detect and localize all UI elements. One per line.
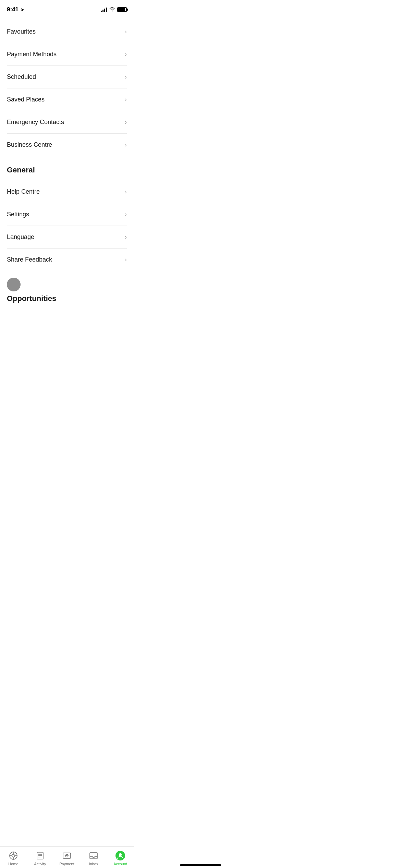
menu-item-settings[interactable]: Settings › [7, 203, 127, 226]
chevron-right-icon: › [125, 141, 127, 148]
menu-item-scheduled[interactable]: Scheduled › [7, 66, 127, 88]
emergency-contacts-label: Emergency Contacts [7, 119, 64, 126]
business-centre-label: Business Centre [7, 141, 52, 148]
menu-item-saved-places[interactable]: Saved Places › [7, 88, 127, 111]
menu-item-business-centre[interactable]: Business Centre › [7, 134, 127, 156]
payment-methods-label: Payment Methods [7, 51, 57, 58]
menu-item-language[interactable]: Language › [7, 226, 127, 249]
wifi-icon [109, 7, 115, 13]
general-menu-list: Help Centre › Settings › Language › Shar… [0, 181, 134, 271]
battery-icon [117, 7, 127, 12]
chevron-right-icon: › [125, 233, 127, 241]
chevron-right-icon: › [125, 28, 127, 35]
location-arrow-icon: ➤ [21, 7, 24, 12]
chevron-right-icon: › [125, 51, 127, 58]
top-menu-list: Favourites › Payment Methods › Scheduled… [0, 21, 134, 156]
opportunities-section: Opportunities [0, 271, 134, 303]
menu-item-favourites[interactable]: Favourites › [7, 21, 127, 43]
time-display: 9:41 [7, 6, 19, 13]
chevron-right-icon: › [125, 211, 127, 218]
share-feedback-label: Share Feedback [7, 256, 52, 263]
scheduled-label: Scheduled [7, 73, 36, 81]
favourites-label: Favourites [7, 28, 36, 35]
menu-item-share-feedback[interactable]: Share Feedback › [7, 249, 127, 271]
settings-label: Settings [7, 211, 29, 218]
chevron-right-icon: › [125, 188, 127, 195]
help-centre-label: Help Centre [7, 188, 40, 195]
saved-places-label: Saved Places [7, 96, 45, 103]
chevron-right-icon: › [125, 119, 127, 126]
status-icons [101, 7, 127, 13]
content-area: Favourites › Payment Methods › Scheduled… [0, 21, 134, 334]
chevron-right-icon: › [125, 256, 127, 263]
signal-icon [101, 7, 107, 12]
chevron-right-icon: › [125, 96, 127, 103]
chevron-right-icon: › [125, 73, 127, 81]
status-bar: 9:41 ➤ [0, 0, 134, 17]
menu-item-help-centre[interactable]: Help Centre › [7, 181, 127, 203]
menu-item-emergency-contacts[interactable]: Emergency Contacts › [7, 111, 127, 134]
menu-item-payment-methods[interactable]: Payment Methods › [7, 43, 127, 66]
opportunities-header: Opportunities [7, 294, 127, 303]
general-section-header: General [0, 156, 134, 177]
opportunities-circle-icon [7, 278, 21, 291]
language-label: Language [7, 233, 34, 241]
status-time: 9:41 ➤ [7, 6, 24, 13]
